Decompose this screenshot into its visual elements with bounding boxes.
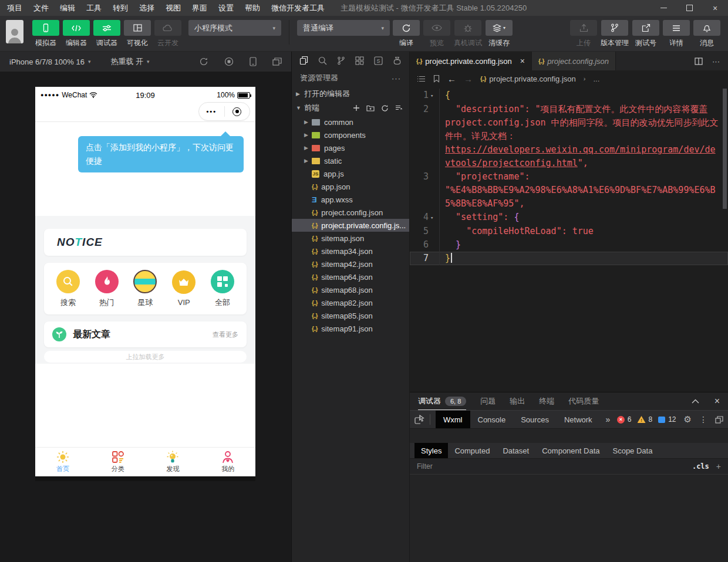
real-device-debug-button[interactable]: 真机调试 [454, 20, 482, 48]
panel-tab-dataset[interactable]: Dataset [496, 443, 535, 458]
tree-item-project-config-json[interactable]: {..}project.config.json [292, 206, 409, 219]
debugger-tab-问题[interactable]: 问题 [480, 392, 496, 410]
version-control-button[interactable]: 版本管理 [601, 20, 629, 48]
filter-input[interactable] [417, 462, 687, 470]
maximize-button[interactable] [676, 0, 702, 16]
kebab-menu-icon[interactable]: ⋮ [699, 415, 707, 424]
panel-tab-component-data[interactable]: Component Data [535, 443, 606, 458]
nav-item-search[interactable]: 搜索 [51, 270, 85, 308]
menu-item-8[interactable]: 设置 [218, 3, 234, 13]
search-icon[interactable] [318, 56, 328, 65]
fold-icon[interactable]: ▾ [430, 89, 437, 103]
breadcrumb-more[interactable]: ... [593, 75, 599, 83]
code-line-4[interactable]: 4▾ "setting": { [410, 211, 728, 225]
multi-window-icon[interactable] [272, 57, 282, 66]
editor-scrollbar[interactable] [723, 89, 727, 209]
devtools-tab-console[interactable]: Console [470, 411, 514, 428]
messages-button[interactable]: 消息 [693, 20, 720, 48]
nav-item-all[interactable]: 全部 [205, 270, 240, 308]
split-editor-icon[interactable] [695, 57, 703, 65]
tree-item-sitemap91-json[interactable]: {..}sitemap91.json [292, 322, 409, 335]
menu-item-2[interactable]: 编辑 [60, 3, 75, 13]
outline-icon[interactable] [417, 76, 426, 82]
code-line-2[interactable]: 2 "description": "项目私有配置文件。此文件中的内容将覆盖 pr… [410, 103, 728, 170]
notice-banner[interactable]: NOTICE [44, 229, 247, 256]
more-dots-icon[interactable]: ••• [199, 108, 224, 115]
more-actions-icon[interactable]: ··· [392, 74, 401, 83]
devtools-tab-wxml[interactable]: Wxml [436, 411, 470, 428]
refresh-icon[interactable] [381, 104, 389, 112]
tab-mine[interactable]: 我的 [200, 451, 255, 473]
debugger-tab-代码质量[interactable]: 代码质量 [568, 392, 599, 410]
editor-tab-active[interactable]: {..} project.private.config.json × [410, 52, 532, 70]
message-count[interactable]: 12 [668, 415, 676, 424]
menu-item-1[interactable]: 文件 [33, 3, 49, 13]
editor-button[interactable]: 编辑器 [63, 20, 90, 48]
tree-item-app-js[interactable]: JSapp.js [292, 167, 409, 180]
tree-item-common[interactable]: ▶common [292, 116, 409, 128]
mode-dropdown[interactable]: 小程序模式 ▾ [188, 20, 281, 36]
cloud-dev-button[interactable]: 云开发 [154, 20, 181, 48]
devtools-tab-sources[interactable]: Sources [513, 411, 557, 428]
rotate-icon[interactable] [199, 57, 208, 66]
back-icon[interactable]: ← [447, 74, 456, 84]
device-dropdown[interactable]: iPhone 6/7/8 100% 16 ▾ [9, 57, 90, 66]
tree-item-app-json[interactable]: {..}app.json [292, 180, 409, 193]
device-frame-icon[interactable] [250, 57, 257, 66]
visualize-button[interactable]: 可视化 [124, 20, 151, 48]
view-more-link[interactable]: 查看更多 [213, 330, 238, 339]
code-editor[interactable]: 1▾{2 "description": "项目私有配置文件。此文件中的内容将覆盖… [410, 87, 728, 392]
breadcrumb-item[interactable]: {..} project.private.config.json [480, 75, 576, 83]
panel-tab-styles[interactable]: Styles [414, 443, 448, 458]
compile-button[interactable]: 编译 [393, 20, 420, 48]
upload-button[interactable]: 上传 [570, 20, 597, 48]
simulator-button[interactable]: 模拟器 [32, 20, 59, 48]
more-actions-icon[interactable]: ··· [712, 57, 720, 66]
details-button[interactable]: 详情 [663, 20, 690, 48]
menu-item-10[interactable]: 微信开发者工具 [271, 3, 325, 13]
menu-item-9[interactable]: 帮助 [245, 3, 260, 13]
minimize-button[interactable] [651, 0, 676, 16]
nav-item-hot[interactable]: 热门 [90, 270, 124, 308]
skyline-icon[interactable]: S [374, 56, 383, 65]
extensions-icon[interactable] [355, 56, 365, 65]
tab-category[interactable]: 分类 [90, 451, 146, 473]
tab-discover[interactable]: 发现 [146, 451, 201, 473]
honey-jar-icon[interactable] [392, 56, 402, 65]
tree-item-sitemap82-json[interactable]: {..}sitemap82.json [292, 296, 409, 309]
editor-tab-preview[interactable]: {..} project.config.json [532, 52, 616, 70]
clear-cache-button[interactable]: ▾ 清缓存 [486, 20, 513, 48]
menu-item-0[interactable]: 项目 [7, 3, 22, 13]
nav-item-planet[interactable]: 星球 [128, 270, 162, 308]
tree-item-sitemap85-json[interactable]: {..}sitemap85.json [292, 309, 409, 322]
menu-item-5[interactable]: 选择 [139, 3, 154, 13]
collapse-panel-icon[interactable] [692, 399, 699, 404]
nav-item-vip[interactable]: VIP [167, 270, 201, 307]
close-panel-icon[interactable]: × [714, 396, 720, 407]
menu-item-3[interactable]: 工具 [86, 3, 102, 13]
panel-tab-scope-data[interactable]: Scope Data [606, 443, 659, 458]
tree-item-static[interactable]: ▶static [292, 154, 409, 167]
menu-item-4[interactable]: 转到 [113, 3, 128, 13]
devtools-tab-network[interactable]: Network [557, 411, 600, 428]
exit-target-icon[interactable] [225, 107, 250, 116]
debugger-tab-输出[interactable]: 输出 [510, 392, 525, 410]
tree-item-sitemap34-json[interactable]: {..}sitemap34.json [292, 245, 409, 258]
error-count[interactable]: 6 [628, 415, 632, 424]
tree-item-sitemap68-json[interactable]: {..}sitemap68.json [292, 283, 409, 296]
close-button[interactable]: × [702, 0, 728, 16]
menu-item-7[interactable]: 界面 [192, 3, 207, 13]
code-line-5[interactable]: 5 "compileHotReLoad": true [410, 225, 728, 238]
warning-count[interactable]: 8 [649, 415, 653, 424]
tab-home[interactable]: 首页 [35, 451, 90, 473]
styles-content-area[interactable] [410, 475, 728, 562]
menu-item-6[interactable]: 视图 [166, 3, 181, 13]
open-editors-section[interactable]: ▶ 打开的编辑器 [292, 87, 409, 101]
project-root-section[interactable]: ▼ 前端 [292, 101, 409, 115]
bookmark-icon[interactable] [433, 75, 440, 83]
debugger-button[interactable]: 调试器 [93, 20, 120, 48]
debugger-tab-调试器[interactable]: 调试器6, 8 [418, 392, 466, 410]
user-avatar[interactable] [6, 20, 23, 43]
hot-reload-dropdown[interactable]: 热重载 开 ▾ [110, 56, 149, 67]
gear-icon[interactable]: ⚙ [684, 414, 692, 425]
